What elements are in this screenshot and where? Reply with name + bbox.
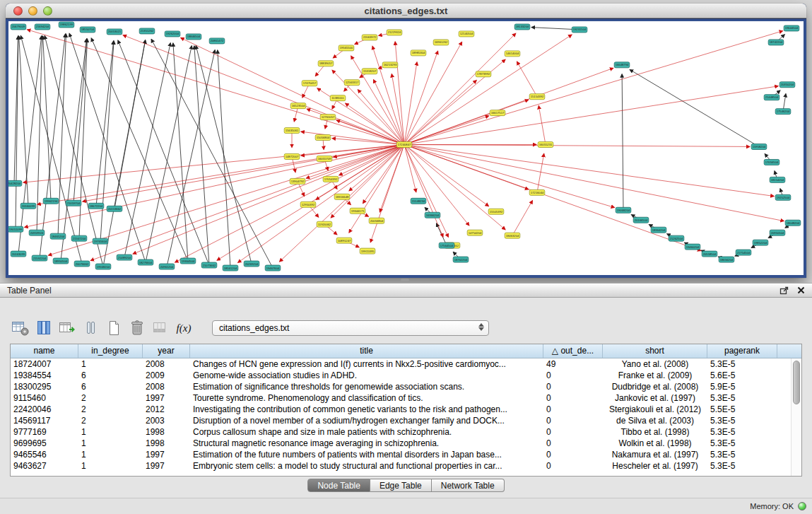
graph-node[interactable]: 12140504 bbox=[459, 31, 474, 37]
graph-node[interactable]: 19862199 bbox=[59, 22, 74, 28]
graph-node[interactable]: 15958204 bbox=[751, 144, 767, 150]
graph-node[interactable]: 11920062 bbox=[317, 221, 332, 227]
graph-node[interactable]: 20861472 bbox=[209, 38, 225, 44]
table-row[interactable]: 1872400712008Changes of HCN gene express… bbox=[11, 358, 801, 370]
cell-pagerank[interactable]: 5.6E-5 bbox=[707, 370, 777, 381]
function-builder-icon[interactable]: f(x) bbox=[173, 319, 194, 337]
graph-node[interactable]: 15318207 bbox=[362, 69, 377, 74]
graph-node[interactable]: 21694204 bbox=[35, 24, 50, 30]
cell-name[interactable]: 9463627 bbox=[11, 460, 78, 472]
cell-short[interactable]: Stergiakouli et al. (2012) bbox=[603, 404, 707, 415]
cell-year[interactable]: 2012 bbox=[143, 404, 190, 415]
graph-node[interactable]: 19068204 bbox=[616, 207, 631, 213]
cell-name[interactable]: 9465546 bbox=[11, 449, 78, 460]
graph-node[interactable]: 16961262 bbox=[433, 40, 449, 45]
cell-title[interactable]: Embryonic stem cells: a model to study s… bbox=[190, 460, 543, 472]
table-row[interactable]: 911546021997Tourette syndrome. Phenomeno… bbox=[11, 392, 801, 404]
graph-node[interactable]: 20163099 bbox=[11, 251, 26, 257]
graph-node[interactable]: 20679009 bbox=[11, 24, 26, 30]
graph-node[interactable]: 19364504 bbox=[180, 258, 196, 264]
cell-in_degree[interactable]: 1 bbox=[78, 358, 143, 370]
cell-year[interactable]: 2008 bbox=[143, 358, 190, 370]
column-header-pagerank[interactable]: pagerank bbox=[707, 344, 777, 358]
show-columns-icon[interactable] bbox=[33, 319, 54, 337]
cell-pagerank[interactable]: 5.3E-5 bbox=[707, 460, 777, 472]
table-scrollbar[interactable] bbox=[791, 358, 801, 476]
graph-node[interactable]: 12950392 bbox=[300, 201, 316, 207]
cell-short[interactable]: Yano et al. (2008) bbox=[603, 358, 707, 370]
window-titlebar[interactable]: citations_edges.txt bbox=[6, 4, 806, 18]
column-header-year[interactable]: year bbox=[143, 344, 190, 358]
tab-edge-table[interactable]: Edge Table bbox=[370, 479, 432, 492]
table-row[interactable]: 977716911998Corpus callosum shape and si… bbox=[11, 426, 801, 438]
graph-node[interactable]: 20269204 bbox=[244, 261, 259, 267]
graph-node[interactable]: 19467604 bbox=[265, 265, 281, 271]
cell-in_degree[interactable]: 1 bbox=[78, 449, 143, 460]
graph-node[interactable]: 17564504 bbox=[439, 243, 454, 248]
graph-node[interactable]: 21592204 bbox=[32, 255, 47, 261]
graph-node[interactable]: 20153662 bbox=[107, 206, 122, 211]
cell-in_degree[interactable]: 6 bbox=[78, 381, 143, 392]
graph-node[interactable]: 18839057 bbox=[318, 61, 334, 66]
cell-title[interactable]: Genome-wide association studies in ADHD. bbox=[190, 370, 543, 381]
cell-name[interactable]: 18724007 bbox=[11, 358, 78, 370]
cell-out_degree[interactable]: 0 bbox=[543, 370, 603, 381]
graph-node[interactable]: 19962194 bbox=[43, 198, 59, 204]
column-header-short[interactable]: short bbox=[603, 344, 707, 358]
graph-node[interactable]: 19231504 bbox=[572, 27, 587, 33]
cell-year[interactable]: 1998 bbox=[143, 426, 190, 438]
cell-year[interactable]: 2009 bbox=[143, 370, 190, 381]
graph-node[interactable]: 12563317 bbox=[344, 80, 360, 86]
graph-node[interactable]: 18985304 bbox=[411, 50, 426, 56]
graph-node[interactable]: 16213293 bbox=[382, 62, 398, 68]
table-row[interactable]: 946362711997Embryonic stem cells: a mode… bbox=[11, 460, 801, 472]
cell-short[interactable]: Tibbo et al. (1998) bbox=[603, 426, 707, 438]
delete-columns-icon[interactable] bbox=[126, 319, 148, 337]
graph-node[interactable]: 17240847 bbox=[396, 142, 412, 148]
cell-pagerank[interactable]: 5.3E-5 bbox=[707, 358, 777, 370]
graph-node[interactable]: 10891247 bbox=[336, 238, 352, 243]
cell-pagerank[interactable]: 5.5E-5 bbox=[707, 404, 777, 415]
graph-node[interactable]: 20056804 bbox=[369, 218, 384, 223]
zoom-window-icon[interactable] bbox=[43, 6, 52, 16]
cell-title[interactable]: Disruption of a novel member of a sodium… bbox=[190, 415, 543, 426]
row-tools-icon[interactable] bbox=[80, 319, 101, 337]
table-row[interactable]: 2242004622012Investigating the contribut… bbox=[11, 404, 801, 415]
column-header-title[interactable]: title bbox=[190, 344, 543, 358]
graph-node[interactable]: 14754204 bbox=[467, 230, 483, 235]
graph-node[interactable]: 16366204 bbox=[425, 212, 440, 218]
cell-out_degree[interactable]: 0 bbox=[543, 460, 603, 472]
cell-short[interactable]: Jankovic et al. (1997) bbox=[603, 392, 707, 404]
graph-node[interactable]: 18762204 bbox=[453, 257, 469, 262]
network-canvas-svg[interactable]: 1724084716213293153182071256331711381111… bbox=[8, 21, 804, 275]
graph-node[interactable]: 21059704 bbox=[66, 200, 81, 206]
graph-node[interactable]: 21567204 bbox=[71, 235, 87, 241]
panel-splitter-handle[interactable] bbox=[401, 279, 409, 281]
graph-node[interactable]: 20558504 bbox=[702, 251, 717, 257]
tab-node-table[interactable]: Node Table bbox=[307, 479, 370, 492]
cell-out_degree[interactable]: 0 bbox=[543, 381, 603, 392]
graph-node[interactable]: 15148234 bbox=[411, 198, 426, 204]
cell-title[interactable]: Structural magnetic resonance image aver… bbox=[190, 438, 543, 449]
graph-node[interactable]: 17546204 bbox=[775, 109, 791, 115]
cell-short[interactable]: de Silva et al. (2003) bbox=[603, 415, 707, 426]
cell-out_degree[interactable]: 49 bbox=[543, 358, 603, 370]
graph-node[interactable]: 17054392 bbox=[323, 176, 339, 182]
graph-node[interactable]: 19252504 bbox=[775, 194, 791, 200]
create-column-icon[interactable] bbox=[103, 319, 124, 337]
graph-node[interactable]: 15635061 bbox=[284, 128, 300, 134]
graph-node[interactable]: 21073662 bbox=[201, 262, 217, 268]
column-header-out_degree[interactable]: △ out_de... bbox=[543, 344, 603, 358]
graph-node[interactable]: 20961204 bbox=[159, 264, 175, 269]
graph-node[interactable]: 19644504 bbox=[784, 25, 799, 31]
column-header-name[interactable]: name bbox=[11, 344, 78, 358]
graph-node[interactable]: 18656204 bbox=[719, 257, 734, 262]
graph-node[interactable]: 18550704 bbox=[80, 27, 95, 33]
graph-node[interactable]: 20560099 bbox=[20, 203, 36, 209]
graph-node[interactable]: 14872007 bbox=[284, 153, 300, 159]
graph-node[interactable]: 15505392 bbox=[488, 209, 504, 214]
graph-node[interactable]: 20428204 bbox=[8, 180, 22, 186]
cell-title[interactable]: Corpus callosum shape and size in male p… bbox=[190, 426, 543, 438]
table-row[interactable]: 1830029562008Estimation of significance … bbox=[11, 381, 801, 392]
graph-node[interactable]: 19852204 bbox=[753, 240, 768, 245]
